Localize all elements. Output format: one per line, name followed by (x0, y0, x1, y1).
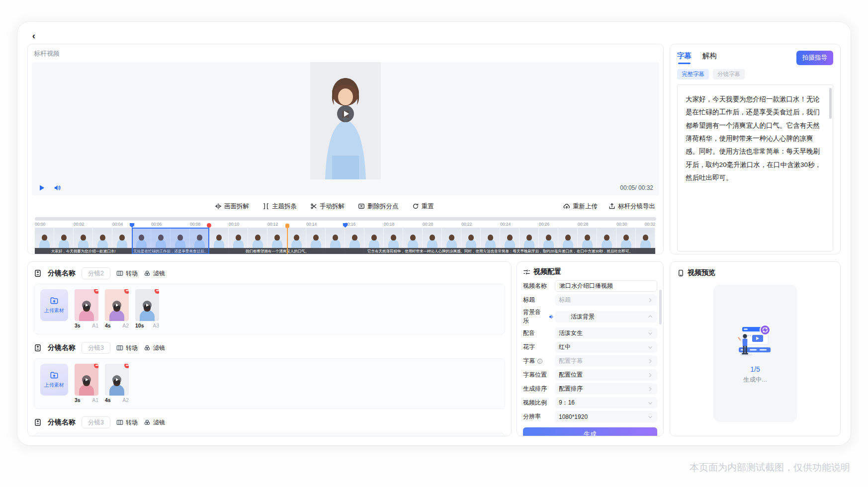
shot-name-input[interactable] (82, 416, 110, 428)
config-field-标题[interactable]: 标题 (555, 294, 657, 306)
config-field-字幕[interactable]: 配置字幕 (555, 355, 657, 367)
clip-delete-button[interactable] (94, 289, 98, 294)
frame-person-head (119, 235, 125, 241)
filter-icon (144, 270, 151, 277)
upload-material-button[interactable]: 上传素材 (40, 289, 68, 321)
timeline-scrollbar[interactable] (35, 217, 656, 221)
config-label: 分辨率 (523, 412, 555, 421)
timeline-tick: 00:12 (267, 222, 278, 227)
clip-meta: 4sA2 (105, 397, 129, 403)
filter-button[interactable]: 滤镜 (144, 344, 165, 352)
config-label: 配音 (523, 329, 555, 337)
clip-delete-button[interactable] (124, 289, 129, 294)
filter-label: 滤镜 (153, 418, 165, 427)
transition-label: 转场 (126, 418, 138, 427)
clip-play-icon[interactable] (112, 301, 121, 310)
config-field-分辨率[interactable]: 1080*1920 (555, 411, 657, 422)
filter-button[interactable]: 滤镜 (144, 269, 165, 278)
frame-person-body (524, 240, 534, 248)
frame-person-body (253, 240, 263, 248)
config-field-生成排序[interactable]: 配置排序 (555, 383, 657, 395)
config-value: 配置字幕 (559, 357, 647, 365)
clip-play-icon[interactable] (82, 301, 91, 310)
clip-delete-button[interactable] (94, 364, 98, 368)
chevron-right-icon (647, 297, 653, 303)
tab-解构[interactable]: 解构 (702, 51, 717, 64)
back-button[interactable]: ‹ (27, 29, 40, 42)
clip-play-icon[interactable] (143, 301, 152, 310)
filter-pill-分镜字幕[interactable]: 分镜字幕 (713, 69, 745, 80)
config-scrollbar[interactable] (659, 290, 662, 325)
timeline-tick: 00:24 (500, 222, 511, 227)
frame-person-head (507, 235, 513, 241)
config-row: 花字红中 (523, 341, 657, 353)
clip-item[interactable]: 3sA1 (75, 364, 98, 403)
subtitle-scrollbar[interactable] (829, 88, 832, 119)
toolbar-item-重置[interactable]: 重置 (412, 202, 434, 211)
clip-person-body (109, 385, 124, 396)
preview-title: 视频预览 (688, 268, 715, 277)
config-field-视频名称[interactable]: 漱口水介绍口播视频 (555, 280, 657, 292)
timeline-segment[interactable]: 大家好，今天我要为您介绍一款漱口水! (35, 228, 132, 254)
config-field-字幕位置[interactable]: 配置位置 (555, 369, 657, 381)
filter-label: 滤镜 (153, 269, 165, 278)
filter-button[interactable]: 滤镜 (144, 418, 165, 427)
transition-button[interactable]: 转场 (116, 344, 138, 352)
toolbar-item-重新上传[interactable]: 重新上传 (563, 202, 598, 211)
clip-thumbnail (75, 364, 98, 396)
toolbar-item-标杆分镜导出[interactable]: 标杆分镜导出 (608, 202, 655, 211)
config-field-视频比例[interactable]: 9：16 (555, 397, 657, 408)
timeline-segment[interactable]: 它含有天然薄荷精华，使用时带来一种沁人心脾的凉爽感。同时，使用方法也非常简单：每… (345, 228, 655, 254)
clip-item[interactable]: 10sA3 (135, 289, 159, 328)
frame-person-head (81, 235, 86, 241)
clip-tag: A3 (153, 323, 159, 328)
shot-name-input[interactable] (82, 267, 110, 279)
timeline-tick: 00:32 (645, 222, 655, 227)
storyboard-panel: 分镜名称转场滤镜上传素材3sA14sA210sA3分镜名称转场滤镜上传素材3sA… (27, 261, 512, 436)
shot-name-input[interactable] (82, 342, 110, 354)
folder-upload-icon (50, 371, 59, 380)
config-label: 标题 (523, 296, 555, 304)
play-button[interactable] (38, 184, 46, 192)
tab-字幕[interactable]: 字幕 (677, 51, 692, 64)
storyboard-icon (34, 418, 42, 426)
upload-material-button[interactable]: 上传素材 (40, 364, 68, 396)
toolbar-item-主题拆条[interactable]: 主题拆条 (262, 202, 297, 211)
transition-button[interactable]: 转场 (116, 418, 138, 427)
clip-play-icon[interactable] (82, 375, 91, 384)
timeline-tick: 00:28 (578, 222, 588, 227)
transition-button[interactable]: 转场 (116, 269, 138, 278)
timeline-segment[interactable]: 无论是在忙碌的工作后，还是享受美食过后。 (132, 228, 209, 254)
toolbar-item-画面拆解[interactable]: 画面拆解 (215, 202, 249, 211)
clip-item[interactable]: 3sA1 (75, 289, 98, 328)
toolbar-item-删除拆分点[interactable]: 删除拆分点 (358, 202, 399, 211)
timeline-tick: 00:08 (190, 222, 200, 227)
frame-person-body (349, 240, 360, 248)
segment-end-handle[interactable] (207, 223, 211, 228)
frame-person-head (274, 235, 280, 241)
timeline-frame (171, 228, 190, 254)
clip-delete-button[interactable] (124, 364, 129, 368)
generate-button[interactable]: 生成 (523, 427, 657, 436)
config-label: 视频比例 (523, 399, 555, 407)
clip-item[interactable]: 4sA2 (105, 364, 129, 403)
video-player[interactable]: 00:05/ 00:32 (32, 62, 659, 195)
config-field-背景音乐[interactable]: 活泼背景 (555, 311, 657, 323)
playhead[interactable] (287, 228, 288, 254)
shoot-guide-button[interactable]: 拍摄指导 (796, 51, 833, 65)
timeline-tick: 00:22 (461, 222, 472, 227)
toolbar-item-手动拆解[interactable]: 手动拆解 (310, 202, 345, 211)
filter-pill-完整字幕[interactable]: 完整字幕 (677, 69, 709, 80)
config-field-配音[interactable]: 活泼女生 (555, 327, 657, 339)
footer-note: 本页面为内部测试截图，仅供功能说明 (690, 461, 850, 474)
clip-item[interactable]: 4sA2 (105, 289, 129, 328)
timeline-segment[interactable]: 我们都希望拥有一个清爽宜人的口气。 (209, 228, 345, 254)
clip-play-icon[interactable] (112, 375, 121, 384)
config-field-花字[interactable]: 红中 (555, 341, 657, 353)
volume-button[interactable] (54, 184, 62, 192)
clip-delete-button[interactable] (155, 289, 159, 294)
frame-person-head (391, 235, 396, 241)
config-label-text: 视频名称 (523, 282, 547, 290)
frame-person-head (352, 235, 357, 241)
play-overlay-button[interactable] (337, 105, 354, 122)
